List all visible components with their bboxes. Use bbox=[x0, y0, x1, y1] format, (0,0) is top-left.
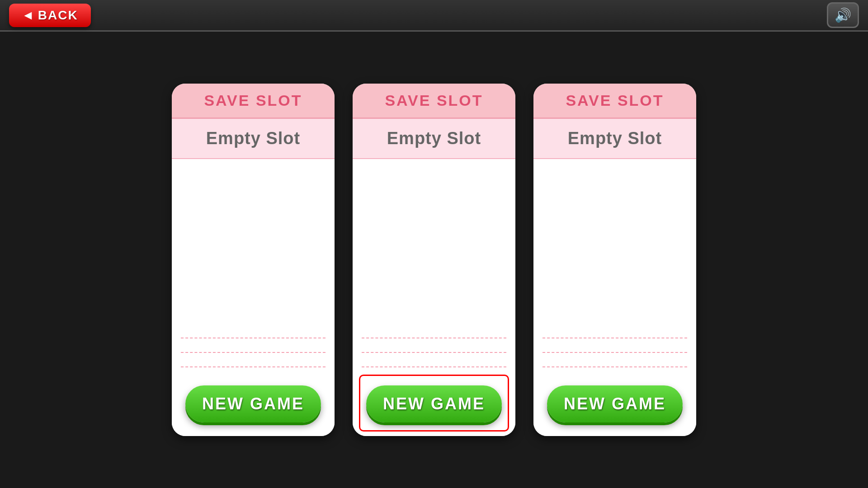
top-bar: ◄ BACK 🔊 bbox=[0, 0, 868, 32]
card-header-3: SAVE SLOT bbox=[533, 84, 696, 119]
card-footer-3: NEW GAME bbox=[533, 376, 696, 436]
new-game-button-2[interactable]: NEW GAME bbox=[366, 385, 502, 422]
dashed-line-2b bbox=[362, 352, 506, 353]
new-game-label-1: NEW GAME bbox=[202, 394, 304, 413]
dashed-line-2a bbox=[362, 338, 506, 338]
card-header-1: SAVE SLOT bbox=[172, 84, 335, 119]
card-footer-2: NEW GAME bbox=[353, 376, 515, 436]
card-body-3 bbox=[533, 159, 696, 376]
dashed-line-2c bbox=[362, 366, 506, 367]
back-button[interactable]: ◄ BACK bbox=[9, 4, 91, 27]
save-slot-title-3: SAVE SLOT bbox=[566, 92, 664, 109]
back-arrow-icon: ◄ bbox=[22, 8, 34, 23]
save-slot-card-3: SAVE SLOT Empty Slot NEW GAME bbox=[533, 84, 696, 436]
empty-slot-text-3: Empty Slot bbox=[568, 129, 662, 148]
dashed-line-1c bbox=[181, 366, 326, 367]
new-game-button-1[interactable]: NEW GAME bbox=[185, 385, 321, 422]
card-empty-label-2: Empty Slot bbox=[353, 119, 515, 159]
card-empty-label-3: Empty Slot bbox=[533, 119, 696, 159]
sound-button[interactable]: 🔊 bbox=[827, 2, 859, 28]
sound-icon: 🔊 bbox=[835, 7, 851, 23]
back-button-label: BACK bbox=[38, 8, 78, 23]
card-footer-1: NEW GAME bbox=[172, 376, 335, 436]
card-empty-label-1: Empty Slot bbox=[172, 119, 335, 159]
dashed-line-1b bbox=[181, 352, 326, 353]
new-game-label-3: NEW GAME bbox=[564, 394, 666, 413]
dashed-line-3a bbox=[542, 338, 687, 338]
dashed-line-1a bbox=[181, 338, 326, 338]
dashed-line-3c bbox=[542, 366, 687, 367]
dashed-line-3b bbox=[542, 352, 687, 353]
save-slot-card-1: SAVE SLOT Empty Slot NEW GAME bbox=[172, 84, 335, 436]
empty-slot-text-1: Empty Slot bbox=[206, 129, 300, 148]
empty-slot-text-2: Empty Slot bbox=[387, 129, 481, 148]
card-body-1 bbox=[172, 159, 335, 376]
save-slot-title-2: SAVE SLOT bbox=[385, 92, 483, 109]
save-slot-card-2: SAVE SLOT Empty Slot NEW GAME bbox=[353, 84, 515, 436]
main-content: SAVE SLOT Empty Slot NEW GAME SAVE SLOT … bbox=[0, 32, 868, 488]
card-header-2: SAVE SLOT bbox=[353, 84, 515, 119]
new-game-label-2: NEW GAME bbox=[383, 394, 485, 413]
save-slot-title-1: SAVE SLOT bbox=[204, 92, 302, 109]
card-body-2 bbox=[353, 159, 515, 376]
new-game-button-3[interactable]: NEW GAME bbox=[547, 385, 683, 422]
